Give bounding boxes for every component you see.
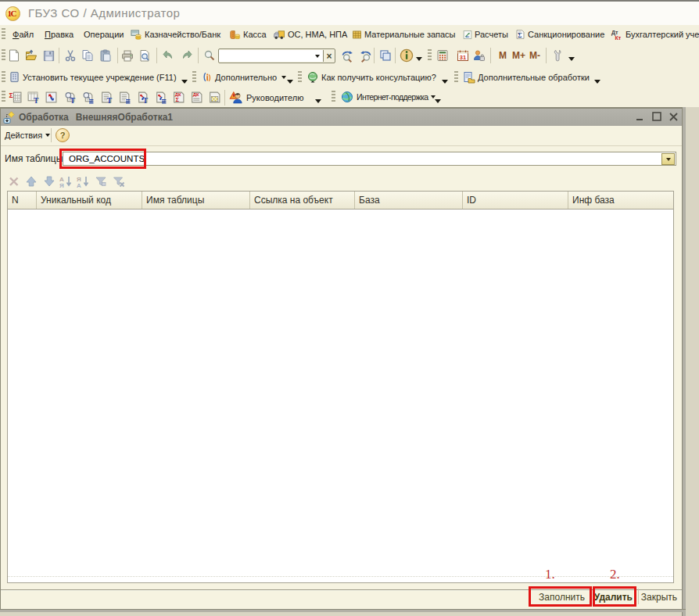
chevron-down-icon[interactable]: [594, 80, 600, 84]
menu-calculations[interactable]: Расчеты: [463, 25, 508, 44]
maximize-button[interactable]: [652, 112, 662, 122]
search-dropdown-button[interactable]: [312, 50, 323, 62]
toolbar-grip[interactable]: [454, 71, 458, 84]
report-subconto-card-button[interactable]: [116, 88, 133, 106]
menu-materials[interactable]: Материальные запасы: [352, 25, 456, 44]
actions-menu-button[interactable]: Действия: [1, 127, 54, 144]
toolbar-grip[interactable]: [2, 71, 5, 84]
table-name-combobox[interactable]: ORG_ACCOUNTS: [63, 152, 676, 166]
chevron-down-icon[interactable]: [442, 80, 448, 84]
manager-reports-button[interactable]: Руководителю: [229, 91, 303, 104]
delete-row-button[interactable]: [5, 174, 23, 189]
report-dk-icon: [192, 92, 201, 102]
column-header-table-name[interactable]: Имя таблицы: [142, 192, 250, 209]
report-account-turnover-button[interactable]: [42, 88, 59, 106]
ext-processing-button[interactable]: Дополнительные обработки: [462, 71, 590, 84]
chevron-down-icon[interactable]: [287, 80, 293, 84]
memory-recall-button[interactable]: M: [499, 50, 507, 61]
chevron-down-icon[interactable]: [181, 80, 188, 84]
memory-subtract-button[interactable]: M-: [529, 50, 540, 61]
toolbar-grip[interactable]: [298, 71, 302, 84]
grid-body[interactable]: [8, 210, 673, 582]
toolbar-grip[interactable]: [332, 91, 335, 103]
report-account-balance-button[interactable]: [24, 88, 41, 106]
report-postings-button[interactable]: [188, 88, 205, 106]
service-info-button[interactable]: [398, 47, 415, 64]
menu-operations[interactable]: Операции: [84, 25, 124, 44]
menu-sanctioning[interactable]: Санкционирование: [515, 25, 604, 44]
additional-menu-button[interactable]: Дополнительно: [202, 71, 286, 83]
filter-icon: [96, 177, 106, 186]
calendar-button[interactable]: [454, 47, 471, 64]
user-permissions-button[interactable]: [470, 47, 487, 64]
settings-button[interactable]: [550, 47, 567, 64]
chevron-down-icon[interactable]: [416, 57, 422, 61]
copy-button[interactable]: [79, 47, 96, 64]
report-account-turnovers-t-button[interactable]: [134, 88, 151, 106]
new-document-button[interactable]: [5, 47, 23, 64]
column-header-info-base[interactable]: Инф база: [568, 192, 673, 209]
column-header-base[interactable]: База: [355, 192, 463, 209]
help-button[interactable]: ?: [56, 128, 70, 142]
toolbar-grip[interactable]: [2, 28, 5, 41]
undo-button[interactable]: [159, 47, 176, 64]
open-button[interactable]: [23, 47, 40, 64]
column-header-object-ref[interactable]: Ссылка на объект: [250, 192, 355, 209]
chevron-down-icon[interactable]: [315, 99, 321, 103]
column-header-n[interactable]: N: [8, 192, 37, 209]
close-button[interactable]: [669, 112, 679, 122]
print-button[interactable]: [119, 47, 136, 64]
menu-edit[interactable]: Правка: [45, 25, 73, 44]
calculator-button[interactable]: [434, 47, 451, 64]
consultation-button[interactable]: Как получить консультацию?: [306, 71, 436, 84]
data-grid[interactable]: N Уникальный код Имя таблицы Ссылка на о…: [7, 191, 674, 583]
cut-button[interactable]: [62, 47, 79, 64]
save-button[interactable]: [40, 47, 57, 64]
toolbar-grip[interactable]: [428, 49, 432, 62]
menu-file[interactable]: Файл: [13, 25, 34, 44]
find-next-button[interactable]: [339, 47, 356, 64]
internet-support-button[interactable]: Интернет-поддержка: [341, 91, 436, 103]
chevron-down-icon[interactable]: [568, 57, 575, 61]
report-summary-postings-button[interactable]: [170, 88, 187, 106]
report-subconto-turnovers-button[interactable]: [152, 88, 169, 106]
print-preview-button[interactable]: [136, 47, 153, 64]
filter-settings-button[interactable]: [91, 174, 110, 189]
report-chess-sheet-button[interactable]: [206, 88, 223, 106]
window-titlebar[interactable]: ОбработкаВнешняяОбработка1: [1, 109, 682, 126]
annotation-box-fill: [529, 586, 592, 607]
move-down-button[interactable]: [40, 174, 58, 189]
report-turnover-balance-button[interactable]: [6, 88, 23, 106]
globe-stand-icon: [309, 73, 317, 83]
find-button[interactable]: [201, 47, 218, 64]
windows-list-button[interactable]: [377, 47, 394, 64]
menu-cash[interactable]: Касса: [230, 25, 267, 44]
clear-filter-button[interactable]: [109, 174, 128, 189]
report-subconto-analysis-button[interactable]: [79, 88, 96, 106]
annotation-step-1: 1.: [545, 567, 555, 582]
paste-button[interactable]: [97, 47, 114, 64]
paste-icon: [101, 50, 110, 61]
menu-accounting[interactable]: Бухгалтерский уче: [611, 25, 699, 44]
find-previous-button[interactable]: [357, 47, 374, 64]
chevron-down-icon[interactable]: [435, 99, 441, 103]
report-account-analysis-button[interactable]: [61, 88, 78, 106]
move-up-button[interactable]: [22, 174, 40, 189]
close-window-button[interactable]: Закрыть: [641, 592, 677, 603]
column-header-unique-code[interactable]: Уникальный код: [37, 192, 142, 209]
combobox-dropdown-button[interactable]: [661, 153, 675, 165]
search-clear-button[interactable]: ×: [323, 50, 335, 62]
minimize-button[interactable]: [636, 112, 646, 122]
report-account-card-button[interactable]: [98, 88, 115, 106]
toolbar-grip[interactable]: [192, 71, 196, 84]
redo-button[interactable]: [179, 47, 196, 64]
column-header-id[interactable]: ID: [463, 192, 568, 209]
set-institution-button[interactable]: Установить текущее учреждение (F11): [9, 71, 177, 83]
open-folder-icon: [27, 51, 37, 60]
memory-add-button[interactable]: M+: [512, 50, 525, 61]
menu-treasury-bank[interactable]: Казначейство/Банк: [131, 25, 220, 44]
search-input[interactable]: [219, 50, 312, 62]
toolbar-grip[interactable]: [2, 91, 5, 103]
window-frame-right: [682, 107, 686, 616]
menu-os-nma[interactable]: ОС, НМА, НПА: [273, 25, 347, 44]
